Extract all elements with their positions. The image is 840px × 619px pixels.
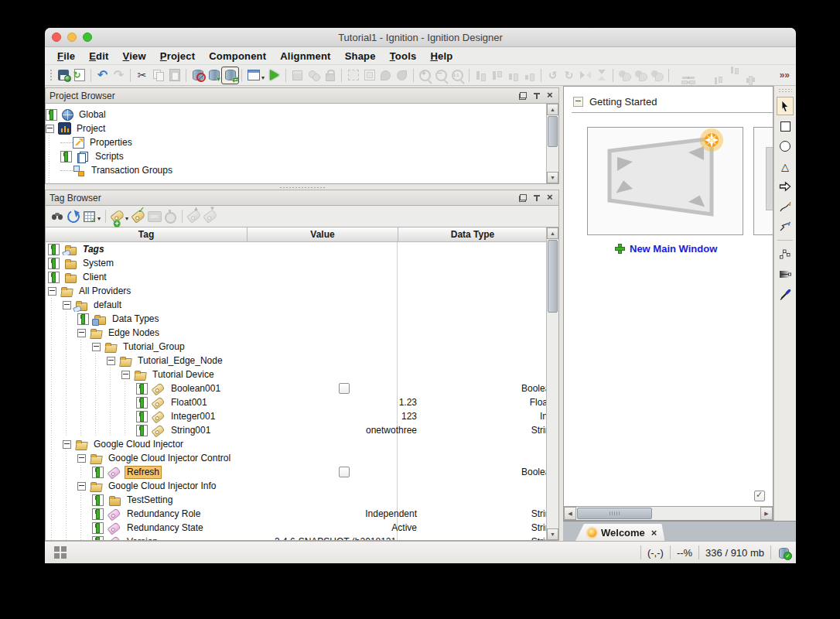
tag-value[interactable]	[271, 467, 422, 478]
tag-row-tags[interactable]: Tags	[46, 242, 558, 256]
collapse-icon[interactable]	[107, 357, 115, 365]
new-tag-button[interactable]	[109, 208, 125, 224]
scrollbar-thumb[interactable]	[548, 116, 558, 147]
zoom-window-button[interactable]	[83, 32, 92, 42]
expand-icon[interactable]	[92, 536, 104, 541]
tool-arrow-button[interactable]	[777, 177, 794, 196]
new-window-button[interactable]	[245, 67, 261, 84]
tag-row-tutorial-edge-node[interactable]: Tutorial_Edge_Node	[46, 354, 558, 368]
tool-gradient-button[interactable]	[777, 265, 794, 283]
db-comm-readwrite-button[interactable]	[222, 67, 238, 84]
project-item-scripts[interactable]: Scripts	[46, 149, 558, 163]
tag-row-google-cloud-injector[interactable]: Google Cloud Injector	[46, 437, 558, 451]
tag-row-data-types[interactable]: Data Types	[46, 312, 558, 326]
menu-help[interactable]: Help	[423, 50, 459, 62]
expand-icon[interactable]	[48, 244, 60, 255]
tag-row-google-cloud-injector-info[interactable]: Google Cloud Injector Info	[46, 479, 558, 493]
menu-file[interactable]: File	[50, 50, 82, 62]
scroll-up-button[interactable]: ▲	[547, 104, 558, 115]
tool-edit-points-button[interactable]	[777, 245, 794, 263]
show-on-startup-checkbox[interactable]	[754, 491, 765, 501]
collapse-icon[interactable]	[121, 371, 130, 379]
column-selection-button-dropdown-icon[interactable]: ▾	[97, 215, 101, 222]
scroll-right-button[interactable]: ▶	[760, 507, 773, 520]
value-checkbox[interactable]	[339, 467, 350, 477]
tag-row-redundancy-state[interactable]: Redundancy StateActiveString	[46, 521, 558, 535]
collapse-icon[interactable]	[77, 482, 86, 491]
db-comm-read-button[interactable]	[206, 67, 222, 84]
project-item-properties[interactable]: Properties	[46, 135, 558, 149]
memory-usage[interactable]: 336 / 910 mb	[705, 547, 764, 559]
float-panel-icon[interactable]	[519, 92, 527, 100]
expand-icon[interactable]	[92, 522, 104, 534]
tag-row-tutorial-device[interactable]: Tutorial Device	[46, 368, 558, 381]
pin-panel-icon[interactable]	[533, 194, 541, 202]
collapse-icon[interactable]	[77, 454, 86, 463]
tag-row-edge-nodes[interactable]: Edge Nodes	[46, 326, 558, 340]
new-main-window-link[interactable]: New Main Window	[615, 243, 773, 255]
expand-icon[interactable]	[92, 508, 104, 520]
browse-tags-button[interactable]	[49, 208, 65, 224]
float-panel-icon[interactable]	[519, 194, 527, 202]
tool-pencil-button[interactable]	[777, 197, 794, 216]
gateway-connection-icon[interactable]	[779, 547, 790, 559]
project-item-transaction-groups[interactable]: Transaction Groups	[46, 163, 558, 177]
expand-icon[interactable]	[136, 425, 148, 436]
expand-icon[interactable]	[92, 494, 104, 506]
preview-mode-button[interactable]	[266, 67, 282, 84]
getting-started-hscrollbar[interactable]: ◀ ▶	[564, 506, 773, 520]
tool-ellipse-button[interactable]	[777, 137, 794, 156]
tool-rectangle-button[interactable]	[777, 117, 794, 135]
collapse-icon[interactable]	[63, 301, 71, 310]
expand-icon[interactable]	[136, 397, 148, 409]
tag-row-google-cloud-injector-control[interactable]: Google Cloud Injector Control	[46, 451, 558, 465]
expand-icon[interactable]	[48, 272, 60, 283]
tag-row-float001[interactable]: Float0011.23Float4	[46, 395, 558, 409]
tool-pen-button[interactable]	[777, 217, 794, 236]
tag-row-tutorial-group[interactable]: Tutorial_Group	[46, 340, 558, 354]
grid-layout-icon[interactable]	[54, 546, 67, 559]
expand-icon[interactable]	[48, 258, 60, 269]
menu-shape[interactable]: Shape	[338, 50, 383, 62]
collapse-icon[interactable]	[92, 343, 101, 351]
collapse-section-icon[interactable]	[573, 97, 583, 107]
value-checkbox[interactable]	[339, 383, 350, 394]
scroll-left-button[interactable]: ◀	[564, 507, 576, 520]
save-all-button[interactable]	[55, 67, 71, 84]
menu-tools[interactable]: Tools	[383, 50, 424, 62]
new-window-button-dropdown-icon[interactable]: ▾	[261, 74, 265, 81]
close-panel-icon[interactable]	[547, 92, 555, 100]
tool-select-button[interactable]	[777, 97, 794, 115]
tab-welcome[interactable]: Welcome ×	[575, 524, 664, 541]
column-header-value[interactable]: Value	[248, 227, 398, 241]
expand-icon[interactable]	[136, 383, 148, 395]
toolbar-overflow-chevron[interactable]: »»	[780, 70, 793, 80]
expand-icon[interactable]	[136, 411, 148, 422]
collapse-icon[interactable]	[63, 440, 71, 449]
scrollbar-thumb[interactable]	[548, 240, 558, 313]
collapse-icon[interactable]	[77, 329, 86, 337]
close-window-button[interactable]	[52, 32, 61, 42]
scrollbar-thumb[interactable]	[577, 508, 652, 519]
menu-edit[interactable]: Edit	[82, 50, 115, 62]
pin-panel-icon[interactable]	[533, 92, 541, 100]
new-tag-button-dropdown-icon[interactable]: ▾	[125, 215, 128, 222]
tag-row-string001[interactable]: String001onetwothreeString	[46, 423, 558, 437]
tag-row-client[interactable]: Client	[46, 270, 558, 284]
menu-view[interactable]: View	[116, 50, 153, 62]
expand-icon[interactable]	[92, 467, 104, 478]
column-header-tag[interactable]: Tag	[46, 227, 248, 241]
second-template-card[interactable]	[753, 127, 773, 235]
expand-icon[interactable]	[77, 313, 89, 325]
project-item-clipped[interactable]	[46, 177, 558, 184]
column-header-datatype[interactable]: Data Type	[398, 227, 547, 241]
scroll-down-button[interactable]: ▼	[547, 528, 558, 540]
collapse-icon[interactable]	[46, 125, 54, 133]
tag-row-integer001[interactable]: Integer001123Int4	[46, 409, 558, 423]
refresh-tags-button[interactable]	[65, 208, 81, 224]
horizontal-splitter[interactable]	[45, 184, 559, 190]
tool-polygon-button[interactable]: △	[777, 157, 794, 176]
tag-row-refresh[interactable]: RefreshBoolean	[46, 465, 558, 479]
menu-alignment[interactable]: Alignment	[273, 50, 337, 62]
tag-row-redundancy-role[interactable]: Redundancy RoleIndependentString	[46, 507, 558, 521]
